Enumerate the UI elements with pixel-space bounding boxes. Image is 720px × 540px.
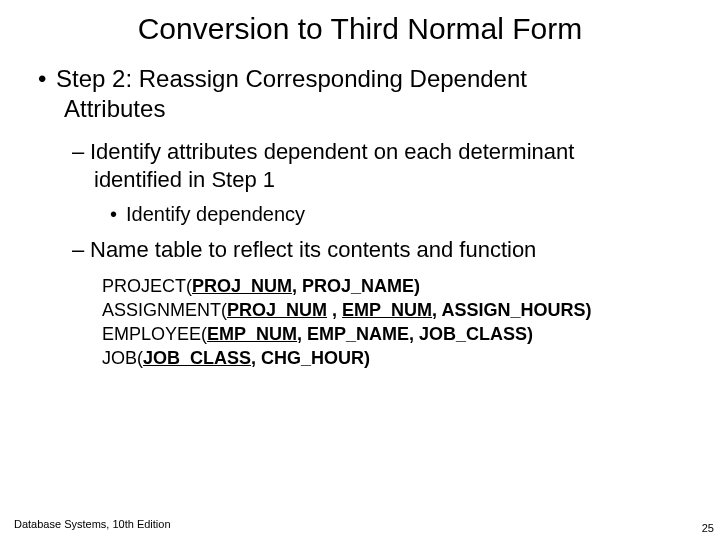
schema-prefix: PROJECT(	[102, 276, 192, 296]
schema-project: PROJECT(PROJ_NUM, PROJ_NAME)	[102, 274, 690, 298]
sub1-line2: identified in Step 1	[94, 166, 690, 194]
schema-key2: EMP_NUM	[342, 300, 432, 320]
schema-rest: , PROJ_NAME)	[292, 276, 420, 296]
sub2-text: Name table to reflect its contents and f…	[90, 237, 536, 262]
schema-assignment: ASSIGNMENT(PROJ_NUM , EMP_NUM, ASSIGN_HO…	[102, 298, 690, 322]
schema-employee: EMPLOYEE(EMP_NUM, EMP_NAME, JOB_CLASS)	[102, 322, 690, 346]
schema-key: EMP_NUM	[207, 324, 297, 344]
schema-job: JOB(JOB_CLASS, CHG_HOUR)	[102, 346, 690, 370]
schema-key: JOB_CLASS	[143, 348, 251, 368]
dash-icon: –	[72, 138, 90, 166]
schema-prefix: EMPLOYEE(	[102, 324, 207, 344]
schema-rest: , EMP_NAME, JOB_CLASS)	[297, 324, 533, 344]
slide-title: Conversion to Third Normal Form	[30, 12, 690, 46]
schema-key: PROJ_NUM	[227, 300, 327, 320]
schema-prefix: JOB(	[102, 348, 143, 368]
sub1a-text: Identify dependency	[126, 203, 305, 225]
schema-sep: ,	[327, 300, 342, 320]
dash-icon: –	[72, 236, 90, 264]
bullet-step2: •Step 2: Reassign Corresponding Dependen…	[38, 64, 690, 124]
subsub-identify-dependency: •Identify dependency	[110, 203, 690, 226]
schema-block: PROJECT(PROJ_NUM, PROJ_NAME) ASSIGNMENT(…	[102, 274, 690, 371]
schema-rest: , CHG_HOUR)	[251, 348, 370, 368]
schema-key: PROJ_NUM	[192, 276, 292, 296]
subbullet-name-table: –Name table to reflect its contents and …	[72, 236, 690, 264]
schema-prefix: ASSIGNMENT(	[102, 300, 227, 320]
page-number: 25	[702, 522, 714, 534]
step2-line1: Step 2: Reassign Corresponding Dependent	[56, 65, 527, 92]
bullet-dot-icon: •	[110, 203, 126, 226]
subbullet-identify-attrs: –Identify attributes dependent on each d…	[72, 138, 690, 193]
schema-rest: , ASSIGN_HOURS)	[432, 300, 591, 320]
footer-source: Database Systems, 10th Edition	[14, 518, 171, 530]
bullet-dot-icon: •	[38, 64, 56, 94]
step2-line2: Attributes	[64, 94, 690, 124]
sub1-line1: Identify attributes dependent on each de…	[90, 139, 574, 164]
